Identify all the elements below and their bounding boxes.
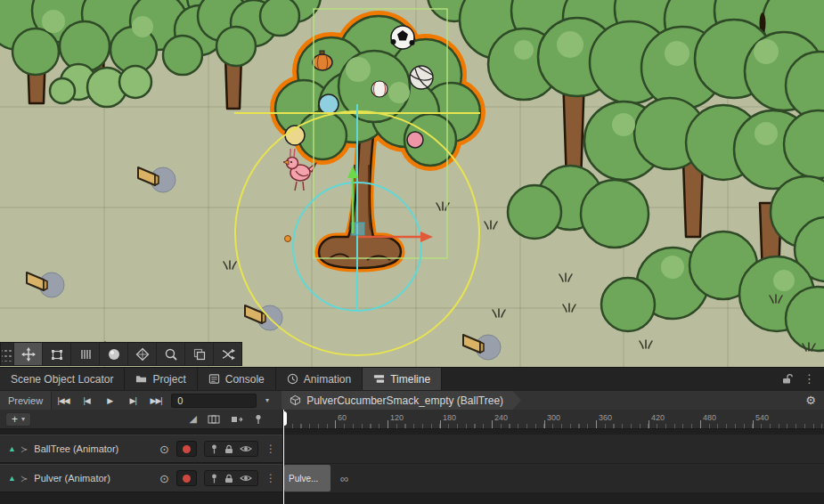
go-to-start-button[interactable]: |◀◀	[52, 391, 75, 411]
grid-tool-icon	[78, 347, 93, 362]
pin-track-button[interactable]	[210, 444, 218, 454]
timeline-ruler[interactable]: 60 120 180 240 300 360 420 480 540	[283, 410, 824, 429]
sphere-tool-button[interactable]	[99, 343, 127, 365]
panel-unlock-button[interactable]	[782, 373, 793, 385]
panel-menu-button[interactable]: ⋮	[804, 372, 815, 386]
current-frame-field[interactable]: 0	[171, 394, 257, 408]
mute-track-button[interactable]	[240, 444, 252, 453]
unlock-icon	[782, 373, 793, 385]
blue-ball	[319, 94, 339, 114]
editor-window: .cnp{fill:#6fa75a;stroke:#2e4a26;stroke-…	[0, 0, 824, 504]
frame-options-dropdown[interactable]: ▾	[260, 391, 274, 411]
curves-view-toggle[interactable]: ◢	[190, 413, 197, 425]
tab-timeline[interactable]: Timeline	[363, 368, 442, 390]
pin-icon	[210, 444, 218, 454]
rect-tool-button[interactable]	[42, 343, 70, 365]
scene-canvas[interactable]: .cnp{fill:#6fa75a;stroke:#2e4a26;stroke-…	[0, 0, 824, 367]
go-to-end-button[interactable]: ▶▶|	[144, 391, 167, 411]
track-header-column: + ▾ ◢	[0, 410, 283, 504]
ruler-tick: 60	[335, 420, 336, 428]
ruler-tick: 180	[440, 420, 441, 428]
pivot-tool-icon	[135, 347, 150, 362]
picker-icon: ⊙	[159, 472, 169, 485]
track-header-balltree[interactable]: ▲ ≻ BallTree (Animator) ⊙	[0, 435, 282, 463]
object-picker-button[interactable]: ⊙	[159, 443, 169, 456]
pin-track-button[interactable]	[210, 474, 218, 484]
tab-project[interactable]: Project	[125, 368, 197, 390]
scene-view[interactable]: .cnp{fill:#6fa75a;stroke:#2e4a26;stroke-…	[0, 0, 824, 367]
previous-frame-button[interactable]: |◀	[75, 391, 98, 411]
baseball	[371, 81, 388, 97]
timeline-breadcrumb[interactable]: PulverCucumberSmack_empty (BallTree)	[281, 391, 521, 411]
rect-tool-icon	[50, 347, 64, 362]
tab-animation[interactable]: Animation	[276, 368, 363, 390]
playhead-handle[interactable]	[283, 411, 287, 426]
eye-icon	[240, 474, 252, 483]
toolbar-grip-handle[interactable]	[2, 346, 12, 362]
mute-track-button[interactable]	[240, 474, 252, 483]
plus-icon: +	[12, 414, 18, 425]
object-picker-button[interactable]: ⊙	[159, 472, 169, 485]
record-button[interactable]	[176, 441, 197, 457]
next-frame-icon: ▶|	[129, 396, 135, 405]
tab-console[interactable]: Console	[198, 368, 276, 390]
track-menu-button[interactable]: ⋮	[263, 472, 279, 484]
marker-pin-icon	[254, 414, 263, 425]
zoom-tool-button[interactable]	[156, 343, 184, 365]
track-type-icon: ▲	[8, 474, 16, 483]
preview-toggle-button[interactable]: Preview	[0, 391, 52, 411]
move-tool-icon	[21, 347, 36, 362]
lock-track-button[interactable]	[224, 444, 233, 454]
caret-down-icon: ▾	[21, 415, 25, 423]
gizmo-orbit-handle[interactable]	[285, 236, 291, 242]
curves-icon: ◢	[190, 413, 197, 425]
eye-icon	[240, 444, 252, 453]
track-lane-pulver[interactable]: Pulve... ∞	[283, 464, 824, 492]
breadcrumb-label: PulverCucumberSmack_empty (BallTree)	[306, 394, 503, 407]
track-option-buttons	[204, 470, 258, 486]
kebab-icon: ⋮	[265, 443, 276, 455]
play-button[interactable]: ▶	[98, 391, 121, 411]
ruler-tick: 420	[649, 420, 649, 428]
pivot-tool-button[interactable]	[127, 343, 156, 365]
record-icon	[183, 475, 191, 483]
grid-tool-button[interactable]	[70, 343, 99, 365]
add-track-button[interactable]: + ▾	[5, 412, 31, 427]
track-header-pulver[interactable]: ▲ ≻ Pulver (Animator) ⊙	[0, 464, 282, 492]
layers-tool-icon	[192, 347, 207, 362]
skip-end-icon: ▶▶|	[151, 396, 162, 405]
frame-value: 0	[177, 395, 183, 406]
lock-track-button[interactable]	[224, 474, 233, 484]
record-button[interactable]	[176, 470, 197, 486]
ripple-edit-mode-button[interactable]	[231, 414, 243, 425]
kebab-icon: ⋮	[804, 372, 815, 386]
layers-tool-button[interactable]	[184, 343, 213, 365]
timeline-settings-button[interactable]: ⚙	[797, 394, 824, 407]
prev-frame-icon: |◀	[83, 396, 89, 405]
mix-edit-mode-button[interactable]	[208, 414, 220, 425]
track-name: BallTree (Animator)	[34, 443, 118, 454]
track-lane-balltree[interactable]	[283, 435, 824, 463]
binding-arrow-icon: ≻	[20, 474, 28, 484]
playhead[interactable]	[283, 410, 284, 504]
kebab-icon: ⋮	[265, 472, 276, 484]
pink-ball	[407, 132, 423, 148]
animation-clip[interactable]: Pulve...	[284, 465, 330, 492]
move-tool-button[interactable]	[13, 343, 42, 365]
mix-mode-icon	[208, 414, 220, 425]
show-markers-toggle[interactable]	[254, 414, 263, 425]
tab-label: Animation	[304, 373, 351, 386]
track-content-column[interactable]: 60 120 180 240 300 360 420 480 540 Pulve…	[283, 410, 824, 504]
track-toolbar: + ▾ ◢	[0, 410, 282, 429]
ruler-tick: 480	[700, 420, 701, 428]
picker-icon: ⊙	[159, 443, 169, 456]
shuffle-tool-button[interactable]	[213, 343, 241, 365]
next-frame-button[interactable]: ▶|	[121, 391, 144, 411]
track-menu-button[interactable]: ⋮	[263, 443, 279, 455]
tab-scene-object-locator[interactable]: Scene Object Locator	[0, 368, 125, 390]
volleyball	[410, 66, 433, 89]
gear-icon: ⚙	[805, 394, 816, 407]
pin-icon	[210, 474, 218, 484]
ruler-tick: 540	[753, 420, 754, 428]
folder-icon	[135, 373, 147, 385]
